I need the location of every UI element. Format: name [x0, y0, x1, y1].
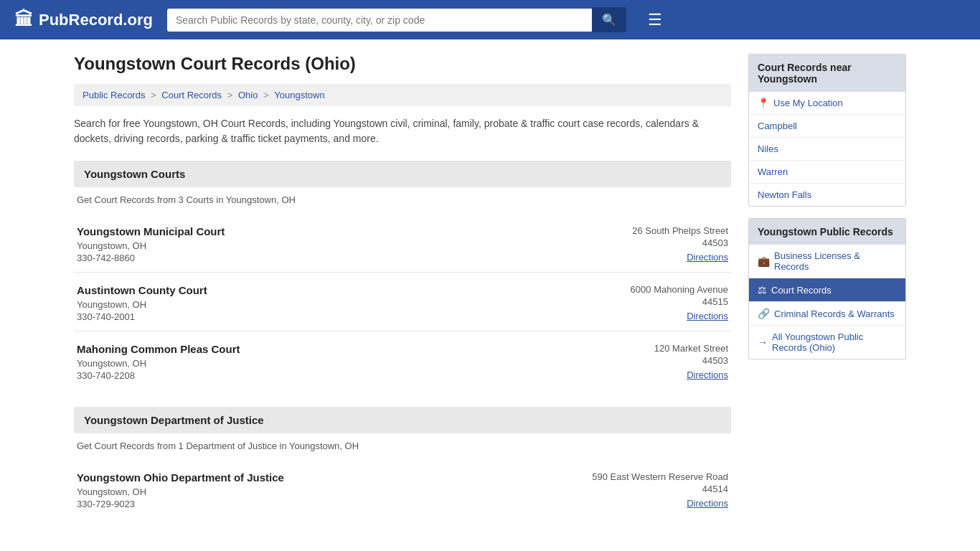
sections-container: Youngstown CourtsGet Court Records from …	[74, 161, 731, 518]
public-records-item-0[interactable]: 💼Business Licenses & Records	[749, 245, 905, 278]
court-name-0-1: Austintown County Court	[77, 284, 570, 296]
directions-link-0-1[interactable]: Directions	[687, 311, 728, 321]
section-desc-1: Get Court Records from 1 Department of J…	[74, 441, 731, 451]
public-records-label-2: Criminal Records & Warrants	[774, 309, 895, 319]
breadcrumb-sep-3: >	[263, 90, 271, 100]
court-phone-0-2: 330-740-2208	[77, 370, 570, 381]
logo-text: PubRecord.org	[39, 11, 153, 29]
section-1: Youngstown Department of JusticeGet Cour…	[74, 407, 731, 518]
section-desc-0: Get Court Records from 3 Courts in Young…	[74, 194, 731, 205]
court-entry-0-0: Youngstown Municipal CourtYoungstown, OH…	[74, 217, 731, 273]
nearby-icon-0: 📍	[758, 98, 769, 108]
nearby-items: 📍Use My LocationCampbellNilesWarrenNewto…	[749, 92, 905, 206]
directions-link-1-0[interactable]: Directions	[687, 498, 728, 509]
menu-icon[interactable]: ☰	[648, 11, 662, 29]
breadcrumb: Public Records > Court Records > Ohio > …	[74, 84, 731, 106]
breadcrumb-sep-1: >	[151, 90, 159, 100]
court-address-0-2: 120 Market Street	[570, 343, 728, 354]
page-description: Search for free Youngstown, OH Court Rec…	[74, 116, 731, 146]
court-zip-0-0: 44503	[570, 237, 728, 248]
court-name-0-2: Mahoning Common Pleas Court	[77, 343, 570, 355]
public-records-icon-1: ⚖	[758, 284, 767, 296]
directions-link-0-2[interactable]: Directions	[687, 369, 728, 380]
breadcrumb-youngstown[interactable]: Youngstown	[274, 90, 324, 100]
public-records-label-1: Court Records	[771, 285, 831, 296]
search-bar: 🔍	[167, 7, 626, 32]
content-area: Youngstown Court Records (Ohio) Public R…	[74, 54, 731, 535]
nearby-label-2: Niles	[758, 143, 778, 154]
nearby-label-4: Newton Falls	[758, 189, 811, 200]
directions-link-0-0[interactable]: Directions	[687, 252, 728, 263]
nearby-label-3: Warren	[758, 166, 788, 177]
public-records-item-1[interactable]: ⚖Court Records	[749, 278, 905, 302]
court-address-1-0: 590 East Western Reserve Road	[570, 471, 728, 482]
section-0: Youngstown CourtsGet Court Records from …	[74, 161, 731, 390]
main-container: Youngstown Court Records (Ohio) Public R…	[60, 39, 920, 550]
public-records-item-3[interactable]: →All Youngstown Public Records (Ohio)	[749, 326, 905, 359]
court-phone-1-0: 330-729-9023	[77, 499, 570, 509]
public-records-label-3: All Youngstown Public Records (Ohio)	[772, 331, 897, 353]
nearby-item-2[interactable]: Niles	[749, 138, 905, 161]
search-input[interactable]	[167, 9, 592, 32]
public-records-icon-2: 🔗	[758, 308, 770, 319]
court-entry-1-0: Youngstown Ohio Department of JusticeYou…	[74, 463, 731, 518]
court-entry-0-2: Mahoning Common Pleas CourtYoungstown, O…	[74, 334, 731, 390]
logo-icon: 🏛	[14, 9, 33, 31]
court-entry-0-1: Austintown County CourtYoungstown, OH330…	[74, 276, 731, 331]
court-name-1-0: Youngstown Ohio Department of Justice	[77, 471, 570, 484]
public-records-title: Youngstown Public Records	[749, 219, 905, 245]
court-zip-0-2: 44503	[570, 355, 728, 366]
nearby-section: Court Records near Youngstown 📍Use My Lo…	[748, 54, 906, 207]
breadcrumb-ohio[interactable]: Ohio	[238, 90, 258, 100]
nearby-item-1[interactable]: Campbell	[749, 115, 905, 138]
court-zip-1-0: 44514	[570, 484, 728, 494]
section-header-1: Youngstown Department of Justice	[74, 407, 731, 433]
page-title: Youngstown Court Records (Ohio)	[74, 54, 731, 74]
court-address-0-1: 6000 Mahoning Avenue	[570, 284, 728, 295]
public-records-item-2[interactable]: 🔗Criminal Records & Warrants	[749, 302, 905, 326]
court-zip-0-1: 44515	[570, 296, 728, 307]
nearby-label-1: Campbell	[758, 121, 797, 131]
public-records-icon-3: →	[758, 336, 768, 348]
court-city-1-0: Youngstown, OH	[77, 486, 570, 497]
public-records-section: Youngstown Public Records 💼Business Lice…	[748, 218, 906, 359]
public-records-items: 💼Business Licenses & Records⚖Court Recor…	[749, 245, 905, 359]
nearby-title: Court Records near Youngstown	[749, 55, 905, 92]
breadcrumb-public-records[interactable]: Public Records	[83, 90, 145, 100]
court-city-0-1: Youngstown, OH	[77, 299, 570, 310]
section-header-0: Youngstown Courts	[74, 161, 731, 187]
nearby-label-0: Use My Location	[773, 98, 843, 108]
breadcrumb-court-records[interactable]: Court Records	[161, 90, 222, 100]
sidebar: Court Records near Youngstown 📍Use My Lo…	[748, 54, 906, 535]
header: 🏛 PubRecord.org 🔍 ☰	[0, 0, 980, 39]
court-city-0-2: Youngstown, OH	[77, 358, 570, 369]
breadcrumb-sep-2: >	[227, 90, 235, 100]
court-name-0-0: Youngstown Municipal Court	[77, 225, 570, 237]
court-phone-0-0: 330-742-8860	[77, 253, 570, 263]
court-phone-0-1: 330-740-2001	[77, 311, 570, 322]
nearby-item-3[interactable]: Warren	[749, 161, 905, 184]
public-records-label-0: Business Licenses & Records	[774, 250, 897, 272]
nearby-item-0[interactable]: 📍Use My Location	[749, 92, 905, 115]
court-city-0-0: Youngstown, OH	[77, 240, 570, 251]
court-address-0-0: 26 South Phelps Street	[570, 225, 728, 236]
public-records-icon-0: 💼	[758, 255, 770, 267]
nearby-item-4[interactable]: Newton Falls	[749, 184, 905, 206]
search-button[interactable]: 🔍	[592, 7, 626, 32]
logo-link[interactable]: 🏛 PubRecord.org	[14, 9, 153, 31]
